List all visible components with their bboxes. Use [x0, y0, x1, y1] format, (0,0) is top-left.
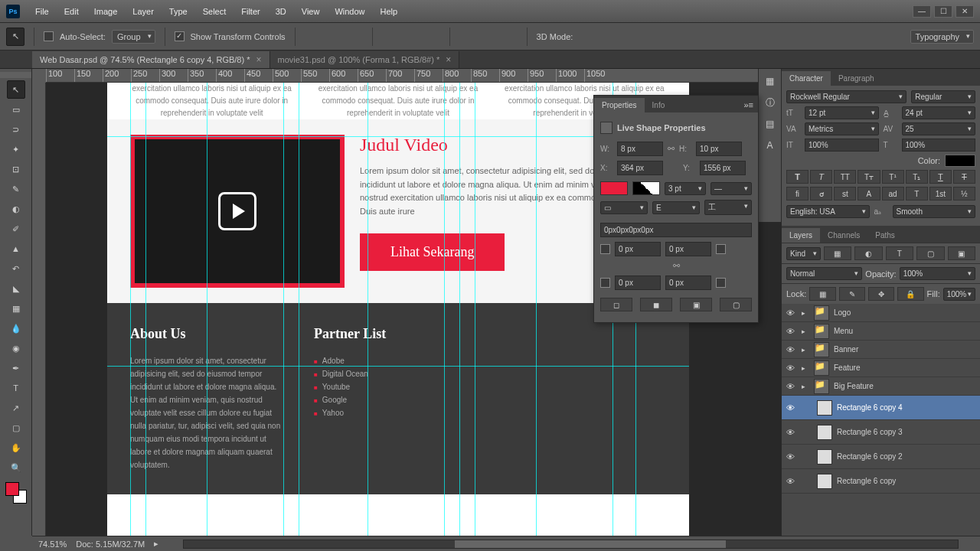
minimize-button[interactable]: — [913, 5, 931, 18]
opentype-button[interactable]: fi [786, 187, 808, 201]
filter-smart-icon[interactable]: ▣ [948, 246, 976, 260]
eraser-tool[interactable]: ◣ [7, 279, 25, 298]
corner-checkbox[interactable] [600, 244, 610, 254]
underline-button[interactable]: T [929, 170, 952, 184]
lock-position-icon[interactable]: ✥ [868, 287, 894, 301]
menu-select[interactable]: Select [195, 7, 234, 16]
strike-button[interactable]: T [953, 170, 975, 184]
vertical-ruler[interactable] [32, 83, 46, 536]
opentype-button[interactable]: ơ [810, 187, 832, 201]
maximize-button[interactable]: ☐ [934, 5, 952, 18]
type-tool[interactable]: T [7, 379, 25, 397]
menu-view[interactable]: View [294, 7, 328, 16]
properties-tab[interactable]: Properties [594, 98, 645, 112]
opentype-button[interactable]: ½ [953, 187, 975, 201]
pathop-icon[interactable]: ▣ [680, 298, 712, 311]
distribute-icon[interactable] [502, 29, 518, 44]
align-icon[interactable] [382, 29, 397, 44]
document-tab[interactable]: Web Dasar.psd @ 74.5% (Rectangle 6 copy … [32, 51, 270, 68]
corner-br-input[interactable] [665, 276, 711, 290]
visibility-icon[interactable]: 👁 [786, 452, 797, 461]
lasso-tool[interactable]: ⊃ [7, 120, 25, 139]
italic-button[interactable]: T [810, 170, 832, 184]
visibility-icon[interactable]: 👁 [786, 428, 797, 437]
distribute-icon[interactable] [459, 29, 475, 44]
align-icon[interactable] [348, 29, 363, 44]
horizontal-scrollbar[interactable] [183, 540, 959, 549]
close-icon[interactable]: × [256, 54, 261, 65]
wand-tool[interactable]: ✦ [7, 140, 25, 158]
doc-size[interactable]: Doc: 5.15M/32.7M [76, 540, 145, 549]
opentype-button[interactable]: ad [882, 187, 904, 201]
info-icon[interactable]: ⓘ [763, 95, 778, 110]
color-swatches[interactable] [5, 482, 27, 504]
link-corners-icon[interactable]: ⚯ [673, 261, 680, 271]
opentype-button[interactable]: T [906, 187, 928, 201]
font-family-dropdown[interactable]: Rockwell Regular [786, 90, 906, 103]
filter-pixel-icon[interactable]: ▦ [824, 246, 852, 260]
vscale-input[interactable]: 100% [805, 139, 879, 152]
visibility-icon[interactable]: 👁 [786, 345, 797, 354]
layer-row[interactable]: 👁▸📁Banner [782, 341, 980, 359]
blend-mode-dropdown[interactable]: Normal [786, 267, 862, 280]
lock-all-icon[interactable]: 🔒 [897, 287, 923, 301]
menu-filter[interactable]: Filter [234, 7, 267, 16]
visibility-icon[interactable]: 👁 [786, 403, 797, 412]
panel-menu-icon[interactable]: »≡ [739, 97, 758, 112]
corner-bl-input[interactable] [615, 276, 661, 290]
pathop-icon[interactable]: ▢ [720, 298, 752, 311]
brush-tool[interactable]: ✐ [7, 220, 25, 238]
hand-tool[interactable]: ✋ [7, 439, 25, 457]
superscript-button[interactable]: T¹ [882, 170, 904, 184]
kerning-input[interactable]: Metrics [805, 122, 879, 135]
close-icon[interactable]: × [446, 54, 451, 65]
corner-checkbox[interactable] [716, 278, 726, 288]
lock-transparent-icon[interactable]: ▦ [809, 287, 835, 301]
path-tool[interactable]: ↗ [7, 399, 25, 417]
paths-tab[interactable]: Paths [867, 228, 903, 243]
corners-summary-input[interactable] [600, 223, 752, 237]
opentype-button[interactable]: A [858, 187, 880, 201]
menu-edit[interactable]: Edit [57, 7, 87, 16]
close-button[interactable]: ✕ [956, 5, 974, 18]
layer-row[interactable]: 👁Rectangle 6 copy 4 [782, 396, 980, 420]
pathop-icon[interactable]: ◼ [640, 298, 672, 311]
zoom-value[interactable]: 74.51% [38, 540, 67, 549]
opentype-button[interactable]: st [834, 187, 856, 201]
healing-tool[interactable]: ◐ [7, 200, 25, 218]
height-input[interactable] [696, 142, 742, 156]
stroke-width-input[interactable]: 3 pt [665, 182, 706, 195]
visibility-icon[interactable]: 👁 [786, 308, 797, 318]
menu-type[interactable]: Type [162, 7, 195, 16]
opacity-input[interactable]: 100% [900, 267, 975, 280]
layer-row[interactable]: 👁Rectangle 6 copy 3 [782, 420, 980, 445]
align-icon[interactable] [326, 29, 341, 44]
stroke-corners-dropdown[interactable]: 工 [704, 200, 752, 215]
styles-icon[interactable]: A [763, 138, 778, 153]
layer-row[interactable]: 👁Rectangle 6 copy [782, 469, 980, 494]
corner-checkbox[interactable] [716, 244, 726, 254]
disclosure-icon[interactable]: ▸ [802, 383, 809, 390]
crop-tool[interactable]: ⊡ [7, 160, 25, 178]
align-icon[interactable] [305, 29, 320, 44]
show-transform-checkbox[interactable] [175, 31, 185, 41]
disclosure-icon[interactable]: ▸ [802, 309, 809, 317]
subscript-button[interactable]: T₁ [906, 170, 928, 184]
fill-input[interactable]: 100% [943, 288, 975, 301]
stroke-swatch[interactable] [632, 181, 660, 195]
document-tab[interactable]: movie31.psd @ 100% (Forma 1, RGB/8#) * × [270, 51, 460, 68]
auto-select-dropdown[interactable]: Group [112, 30, 155, 44]
menu-layer[interactable]: Layer [125, 7, 162, 16]
align-icon[interactable] [425, 29, 440, 44]
menu-image[interactable]: Image [87, 7, 126, 16]
disclosure-icon[interactable]: ▸ [802, 346, 809, 354]
zoom-tool[interactable]: 🔍 [7, 458, 25, 477]
bold-button[interactable]: T [786, 170, 808, 184]
stroke-align-dropdown[interactable]: ▭ [600, 201, 648, 214]
channels-tab[interactable]: Channels [820, 228, 867, 243]
layer-row[interactable]: 👁▸📁Big Feature [782, 377, 980, 396]
visibility-icon[interactable]: 👁 [786, 364, 797, 373]
tracking-input[interactable]: 25 [902, 122, 976, 135]
layer-row[interactable]: 👁▸📁Feature [782, 359, 980, 377]
lock-pixels-icon[interactable]: ✎ [839, 287, 865, 301]
